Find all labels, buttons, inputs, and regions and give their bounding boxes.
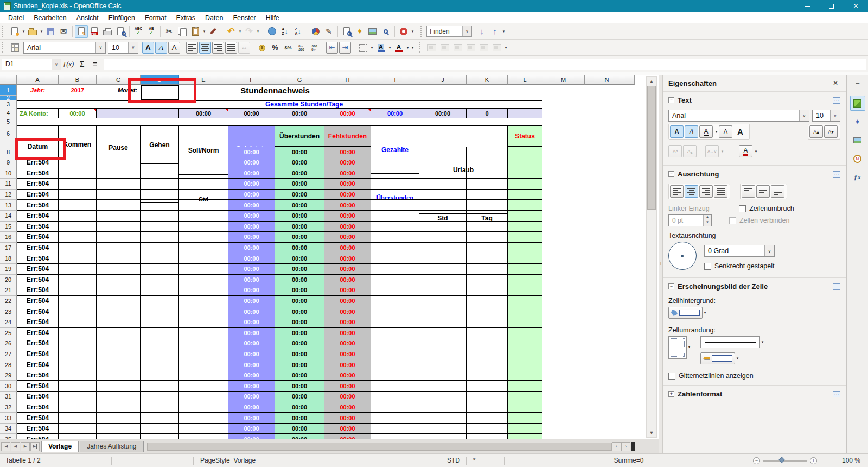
align-object-center-button[interactable] — [438, 41, 451, 54]
row-header-29[interactable]: 29 — [0, 370, 17, 381]
cell-K9[interactable] — [467, 157, 508, 168]
cell-A32[interactable]: Err:504 — [17, 402, 59, 413]
cell-D12[interactable] — [141, 190, 179, 200]
functions-tab[interactable]: ƒx — [850, 169, 865, 185]
cell-C20[interactable] — [97, 275, 141, 286]
cell-F30[interactable]: 00:00 — [228, 381, 275, 392]
cell-H18[interactable]: 00:00 — [324, 253, 371, 264]
cell-J8[interactable] — [419, 147, 467, 157]
cell-J19[interactable] — [419, 264, 467, 275]
empty-cells[interactable] — [542, 125, 646, 147]
cell-H35[interactable]: 00:00 — [324, 434, 371, 439]
cell-B23[interactable] — [59, 306, 97, 317]
cell-J32[interactable] — [419, 402, 467, 413]
cell-A18[interactable]: Err:504 — [17, 253, 59, 264]
scroll-left-button[interactable]: ‹ — [612, 442, 621, 451]
autospellcheck-button[interactable]: AB✓ — [145, 25, 158, 38]
cell-F27[interactable]: 00:00 — [228, 349, 275, 360]
underline-dropdown[interactable]: ▾ — [714, 130, 719, 134]
sum-button[interactable]: Σ — [75, 60, 88, 68]
empty-cells[interactable] — [542, 147, 646, 157]
toolbar-grip[interactable] — [2, 26, 6, 37]
cell-C30[interactable] — [97, 381, 141, 392]
cell-F23[interactable]: 00:00 — [228, 306, 275, 317]
cell-F12[interactable]: 00:00 — [228, 190, 275, 200]
cell-L8[interactable] — [508, 147, 542, 157]
row-header-24[interactable]: 24 — [0, 317, 17, 328]
menu-fenster[interactable]: Fenster — [228, 13, 260, 23]
cell-K16[interactable] — [467, 232, 508, 243]
sidebar-align-right-button[interactable] — [699, 185, 713, 198]
menu-daten[interactable]: Daten — [200, 13, 228, 23]
cell-G9[interactable]: 00:00 — [275, 157, 324, 168]
toolbar-overflow[interactable]: ▾ — [410, 29, 415, 34]
cell-J27[interactable] — [419, 349, 467, 360]
column-header-A[interactable]: A — [17, 75, 59, 85]
empty-cells[interactable] — [542, 100, 646, 108]
cell-G29[interactable]: 00:00 — [275, 370, 324, 381]
cell-B1[interactable]: 2017 — [59, 85, 97, 96]
cell-D28[interactable] — [141, 359, 179, 370]
cell-I4[interactable]: 00:00 — [371, 108, 419, 118]
cell-E35[interactable] — [179, 434, 228, 439]
formatting-toolbar-grip[interactable] — [2, 42, 6, 53]
cell-L9[interactable] — [508, 157, 542, 168]
cell-L25[interactable] — [508, 328, 542, 339]
row-header-28[interactable]: 28 — [0, 359, 17, 370]
cell-G17[interactable]: 00:00 — [275, 243, 324, 254]
cell-I21[interactable] — [371, 285, 419, 296]
decrease-indent-button[interactable]: ⇤ — [326, 42, 338, 54]
row-header-12[interactable]: 12 — [0, 190, 17, 200]
cell-G22[interactable]: 00:00 — [275, 296, 324, 307]
row-header-16[interactable]: 16 — [0, 232, 17, 243]
increase-indent-button[interactable]: ⇥ — [339, 42, 351, 54]
row-header-13[interactable]: 13 — [0, 200, 17, 211]
cell-A15[interactable]: Err:504 — [17, 222, 59, 232]
cell-I18[interactable] — [371, 253, 419, 264]
cell-K10[interactable] — [467, 168, 508, 179]
collapse-text-section[interactable]: − — [668, 97, 674, 103]
align-object-middle-button[interactable] — [477, 41, 490, 54]
cell-K17[interactable] — [467, 243, 508, 254]
empty-cells[interactable] — [371, 85, 646, 96]
align-bottom-button[interactable] — [771, 185, 784, 198]
cell-C33[interactable] — [97, 413, 141, 424]
cell-I10[interactable] — [371, 168, 419, 179]
format-percent-button[interactable]: % — [269, 41, 282, 54]
cell-D14[interactable] — [141, 211, 179, 222]
sidebar-shadow-button[interactable]: A — [733, 125, 747, 138]
cell-L4[interactable] — [508, 108, 542, 118]
row-header-32[interactable]: 32 — [0, 402, 17, 413]
cell-B30[interactable] — [59, 381, 97, 392]
cell-I26[interactable] — [371, 338, 419, 349]
cell-J11[interactable] — [419, 179, 467, 190]
cell-A31[interactable]: Err:504 — [17, 392, 59, 402]
row-header-21[interactable]: 21 — [0, 285, 17, 296]
cell-A28[interactable]: Err:504 — [17, 359, 59, 370]
name-box[interactable]: D1 ∨ — [2, 59, 61, 70]
cell-H11[interactable]: 00:00 — [324, 179, 371, 190]
select-all-corner[interactable] — [0, 75, 17, 85]
row-header-26[interactable]: 26 — [0, 338, 17, 349]
cell-D8[interactable] — [141, 147, 179, 157]
cell-D16[interactable] — [141, 232, 179, 243]
cell-E34[interactable] — [179, 424, 228, 434]
help-button[interactable] — [397, 25, 410, 38]
cell-C19[interactable] — [97, 264, 141, 275]
empty-cells[interactable] — [542, 359, 646, 370]
cell-J10[interactable] — [419, 168, 467, 179]
column-header-G[interactable]: G — [275, 75, 324, 85]
column-header-H[interactable]: H — [324, 75, 371, 85]
cell-J18[interactable] — [419, 253, 467, 264]
empty-cells[interactable] — [542, 179, 646, 190]
cell-H30[interactable]: 00:00 — [324, 381, 371, 392]
horizontal-scroll-thumb[interactable] — [147, 443, 612, 451]
cell-K26[interactable] — [467, 338, 508, 349]
cell-F34[interactable]: 00:00 — [228, 424, 275, 434]
zoom-out-button[interactable]: − — [753, 457, 760, 464]
cell-K22[interactable] — [467, 296, 508, 307]
cell-C27[interactable] — [97, 349, 141, 360]
cell-K29[interactable] — [467, 370, 508, 381]
cell-E4[interactable]: 00:00 — [179, 108, 228, 118]
cell-H16[interactable]: 00:00 — [324, 232, 371, 243]
